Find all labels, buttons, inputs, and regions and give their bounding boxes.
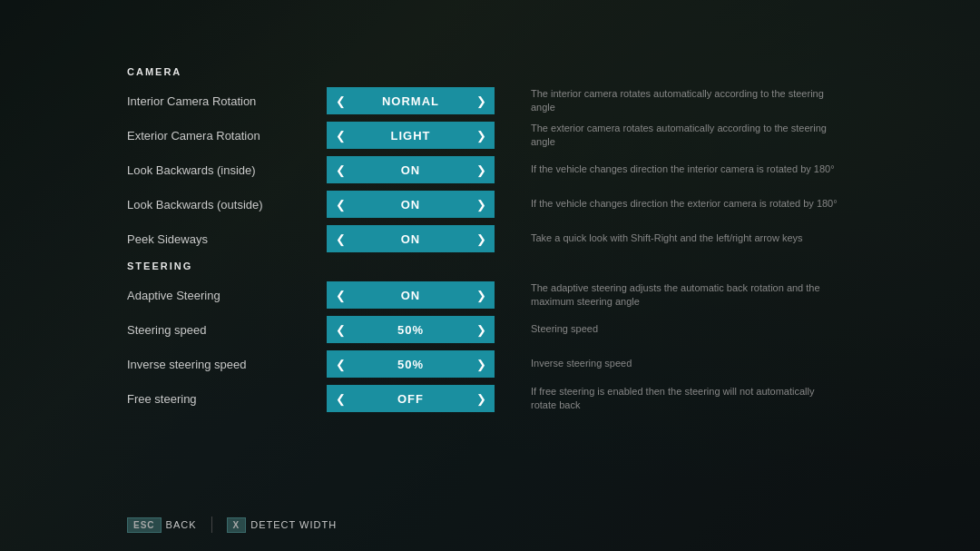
btn-label-detect-width: DETECT WIDTH <box>250 519 337 530</box>
value-look-backwards-outside: On <box>354 191 467 218</box>
value-steering-speed: 50% <box>354 316 467 343</box>
row-label-interior-camera-rotation: Interior Camera Rotation <box>127 94 327 108</box>
arrow-right-look-backwards-inside[interactable]: ❯ <box>467 156 495 183</box>
arrow-right-steering-speed[interactable]: ❯ <box>467 316 495 343</box>
settings-row-adaptive-steering: Adaptive Steering❮On❯The adaptive steeri… <box>127 280 926 310</box>
main-content: CAMERAInterior Camera Rotation❮Normal❯Th… <box>0 0 980 551</box>
arrow-right-exterior-camera-rotation[interactable]: ❯ <box>467 122 495 149</box>
control-widget-look-backwards-outside: ❮On❯ <box>327 191 495 218</box>
control-widget-inverse-steering-speed: ❮50%❯ <box>327 350 495 378</box>
arrow-right-interior-camera-rotation[interactable]: ❯ <box>467 87 495 114</box>
arrow-left-adaptive-steering[interactable]: ❮ <box>327 281 354 309</box>
section-header-steering: STEERING <box>127 261 926 271</box>
arrow-left-exterior-camera-rotation[interactable]: ❮ <box>327 122 354 149</box>
btn-label-back: BACK <box>166 519 197 530</box>
row-desc-interior-camera-rotation: The interior camera rotates automaticall… <box>531 87 839 115</box>
arrow-right-inverse-steering-speed[interactable]: ❯ <box>467 350 495 378</box>
row-desc-adaptive-steering: The adaptive steering adjusts the automa… <box>531 281 839 310</box>
arrow-left-inverse-steering-speed[interactable]: ❮ <box>327 350 354 378</box>
settings-row-interior-camera-rotation: Interior Camera Rotation❮Normal❯The inte… <box>127 86 926 115</box>
row-desc-free-steering: If free steering is enabled then the ste… <box>531 385 839 413</box>
arrow-left-interior-camera-rotation[interactable]: ❮ <box>327 87 354 114</box>
arrow-right-adaptive-steering[interactable]: ❯ <box>467 281 495 309</box>
bottom-bar: ESCBACKXDETECT WIDTH <box>127 517 337 533</box>
key-badge-detect-width: X <box>227 517 247 533</box>
value-free-steering: Off <box>354 385 467 412</box>
bottom-btn-back[interactable]: ESCBACK <box>127 517 197 533</box>
key-badge-back: ESC <box>127 517 162 533</box>
settings-row-peek-sideways: Peek Sideways❮On❯Take a quick look with … <box>127 224 926 253</box>
row-label-steering-speed: Steering speed <box>127 323 327 337</box>
control-widget-free-steering: ❮Off❯ <box>327 385 495 412</box>
row-desc-peek-sideways: Take a quick look with Shift-Right and t… <box>531 231 803 245</box>
settings-row-inverse-steering-speed: Inverse steering speed❮50%❯Inverse steer… <box>127 349 926 379</box>
arrow-left-peek-sideways[interactable]: ❮ <box>327 225 354 252</box>
settings-row-exterior-camera-rotation: Exterior Camera Rotation❮Light❯The exter… <box>127 121 926 150</box>
control-widget-interior-camera-rotation: ❮Normal❯ <box>327 87 495 114</box>
row-desc-exterior-camera-rotation: The exterior camera rotates automaticall… <box>531 122 839 150</box>
settings-row-look-backwards-inside: Look Backwards (inside)❮On❯If the vehicl… <box>127 155 926 184</box>
value-interior-camera-rotation: Normal <box>354 87 467 114</box>
control-widget-look-backwards-inside: ❮On❯ <box>327 156 495 183</box>
arrow-left-look-backwards-outside[interactable]: ❮ <box>327 191 354 218</box>
value-look-backwards-inside: On <box>354 156 467 183</box>
row-label-free-steering: Free steering <box>127 392 327 406</box>
arrow-left-look-backwards-inside[interactable]: ❮ <box>327 156 354 183</box>
section-header-camera: CAMERA <box>127 66 926 77</box>
settings-row-look-backwards-outside: Look Backwards (outside)❮On❯If the vehic… <box>127 190 926 219</box>
row-desc-look-backwards-outside: If the vehicle changes direction the ext… <box>531 197 838 211</box>
control-widget-steering-speed: ❮50%❯ <box>327 316 495 343</box>
row-label-peek-sideways: Peek Sideways <box>127 232 327 246</box>
value-inverse-steering-speed: 50% <box>354 350 467 378</box>
arrow-right-look-backwards-outside[interactable]: ❯ <box>467 191 495 218</box>
row-label-adaptive-steering: Adaptive Steering <box>127 289 327 302</box>
control-widget-exterior-camera-rotation: ❮Light❯ <box>327 122 495 149</box>
row-label-exterior-camera-rotation: Exterior Camera Rotation <box>127 129 327 143</box>
bottom-btn-detect-width[interactable]: XDETECT WIDTH <box>227 517 338 533</box>
row-desc-look-backwards-inside: If the vehicle changes direction the int… <box>531 162 835 176</box>
value-peek-sideways: On <box>354 225 467 252</box>
row-label-look-backwards-inside: Look Backwards (inside) <box>127 163 327 177</box>
value-adaptive-steering: On <box>354 281 467 309</box>
arrow-left-steering-speed[interactable]: ❮ <box>327 316 354 343</box>
row-desc-inverse-steering-speed: Inverse steering speed <box>531 357 632 370</box>
divider <box>211 517 212 533</box>
arrow-left-free-steering[interactable]: ❮ <box>327 385 354 412</box>
settings-row-free-steering: Free steering❮Off❯If free steering is en… <box>127 384 926 413</box>
sections-container: CAMERAInterior Camera Rotation❮Normal❯Th… <box>127 66 926 413</box>
arrow-right-peek-sideways[interactable]: ❯ <box>467 225 495 252</box>
settings-row-steering-speed: Steering speed❮50%❯Steering speed <box>127 315 926 344</box>
value-exterior-camera-rotation: Light <box>354 122 467 149</box>
row-label-inverse-steering-speed: Inverse steering speed <box>127 358 327 371</box>
row-desc-steering-speed: Steering speed <box>531 322 598 336</box>
control-widget-adaptive-steering: ❮On❯ <box>327 281 495 309</box>
arrow-right-free-steering[interactable]: ❯ <box>467 385 495 412</box>
row-label-look-backwards-outside: Look Backwards (outside) <box>127 198 327 212</box>
control-widget-peek-sideways: ❮On❯ <box>327 225 495 252</box>
